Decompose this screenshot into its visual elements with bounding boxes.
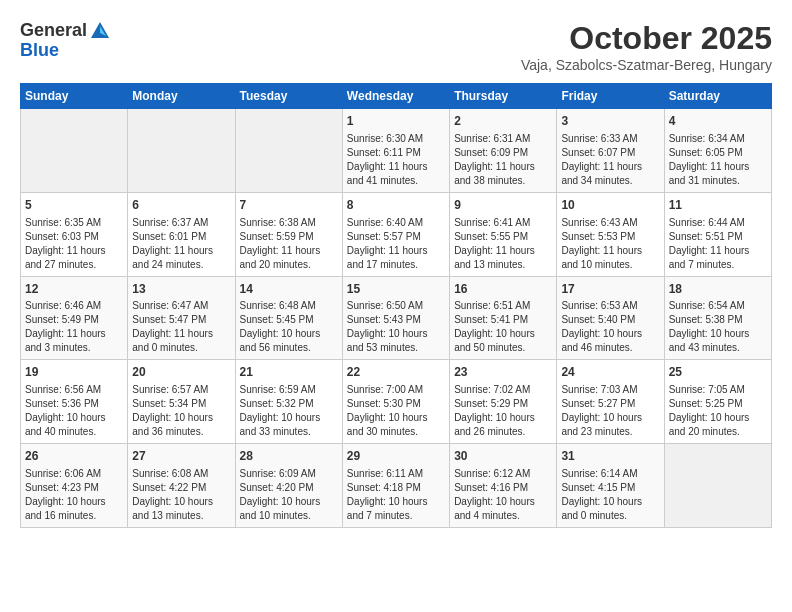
day-number: 25 bbox=[669, 364, 767, 381]
day-cell: 8Sunrise: 6:40 AMSunset: 5:57 PMDaylight… bbox=[342, 192, 449, 276]
weekday-header-monday: Monday bbox=[128, 84, 235, 109]
logo-icon bbox=[89, 20, 111, 42]
day-cell: 25Sunrise: 7:05 AMSunset: 5:25 PMDayligh… bbox=[664, 360, 771, 444]
weekday-header-saturday: Saturday bbox=[664, 84, 771, 109]
day-info: Sunrise: 6:33 AMSunset: 6:07 PMDaylight:… bbox=[561, 132, 659, 188]
day-info: Sunrise: 6:47 AMSunset: 5:47 PMDaylight:… bbox=[132, 299, 230, 355]
day-cell: 16Sunrise: 6:51 AMSunset: 5:41 PMDayligh… bbox=[450, 276, 557, 360]
weekday-header-friday: Friday bbox=[557, 84, 664, 109]
weekday-header-sunday: Sunday bbox=[21, 84, 128, 109]
day-number: 15 bbox=[347, 281, 445, 298]
day-info: Sunrise: 7:05 AMSunset: 5:25 PMDaylight:… bbox=[669, 383, 767, 439]
day-cell: 19Sunrise: 6:56 AMSunset: 5:36 PMDayligh… bbox=[21, 360, 128, 444]
day-info: Sunrise: 6:09 AMSunset: 4:20 PMDaylight:… bbox=[240, 467, 338, 523]
day-number: 1 bbox=[347, 113, 445, 130]
day-cell bbox=[128, 109, 235, 193]
day-cell: 1Sunrise: 6:30 AMSunset: 6:11 PMDaylight… bbox=[342, 109, 449, 193]
day-cell bbox=[664, 444, 771, 528]
day-info: Sunrise: 6:41 AMSunset: 5:55 PMDaylight:… bbox=[454, 216, 552, 272]
day-cell: 4Sunrise: 6:34 AMSunset: 6:05 PMDaylight… bbox=[664, 109, 771, 193]
day-info: Sunrise: 6:48 AMSunset: 5:45 PMDaylight:… bbox=[240, 299, 338, 355]
week-row-1: 1Sunrise: 6:30 AMSunset: 6:11 PMDaylight… bbox=[21, 109, 772, 193]
day-number: 3 bbox=[561, 113, 659, 130]
day-info: Sunrise: 6:06 AMSunset: 4:23 PMDaylight:… bbox=[25, 467, 123, 523]
weekday-header-thursday: Thursday bbox=[450, 84, 557, 109]
day-info: Sunrise: 6:46 AMSunset: 5:49 PMDaylight:… bbox=[25, 299, 123, 355]
day-info: Sunrise: 6:44 AMSunset: 5:51 PMDaylight:… bbox=[669, 216, 767, 272]
weekday-header-wednesday: Wednesday bbox=[342, 84, 449, 109]
day-info: Sunrise: 7:00 AMSunset: 5:30 PMDaylight:… bbox=[347, 383, 445, 439]
day-cell: 31Sunrise: 6:14 AMSunset: 4:15 PMDayligh… bbox=[557, 444, 664, 528]
day-info: Sunrise: 6:35 AMSunset: 6:03 PMDaylight:… bbox=[25, 216, 123, 272]
day-cell: 29Sunrise: 6:11 AMSunset: 4:18 PMDayligh… bbox=[342, 444, 449, 528]
day-info: Sunrise: 6:40 AMSunset: 5:57 PMDaylight:… bbox=[347, 216, 445, 272]
day-info: Sunrise: 6:12 AMSunset: 4:16 PMDaylight:… bbox=[454, 467, 552, 523]
logo-blue: Blue bbox=[20, 40, 111, 61]
day-number: 11 bbox=[669, 197, 767, 214]
day-info: Sunrise: 6:14 AMSunset: 4:15 PMDaylight:… bbox=[561, 467, 659, 523]
day-info: Sunrise: 6:50 AMSunset: 5:43 PMDaylight:… bbox=[347, 299, 445, 355]
day-cell: 12Sunrise: 6:46 AMSunset: 5:49 PMDayligh… bbox=[21, 276, 128, 360]
day-number: 5 bbox=[25, 197, 123, 214]
day-cell: 11Sunrise: 6:44 AMSunset: 5:51 PMDayligh… bbox=[664, 192, 771, 276]
weekday-header-row: SundayMondayTuesdayWednesdayThursdayFrid… bbox=[21, 84, 772, 109]
day-info: Sunrise: 7:03 AMSunset: 5:27 PMDaylight:… bbox=[561, 383, 659, 439]
week-row-3: 12Sunrise: 6:46 AMSunset: 5:49 PMDayligh… bbox=[21, 276, 772, 360]
week-row-5: 26Sunrise: 6:06 AMSunset: 4:23 PMDayligh… bbox=[21, 444, 772, 528]
day-number: 24 bbox=[561, 364, 659, 381]
day-number: 30 bbox=[454, 448, 552, 465]
day-cell: 17Sunrise: 6:53 AMSunset: 5:40 PMDayligh… bbox=[557, 276, 664, 360]
weekday-header-tuesday: Tuesday bbox=[235, 84, 342, 109]
logo: General Blue bbox=[20, 20, 111, 61]
day-cell: 21Sunrise: 6:59 AMSunset: 5:32 PMDayligh… bbox=[235, 360, 342, 444]
day-number: 14 bbox=[240, 281, 338, 298]
day-cell: 9Sunrise: 6:41 AMSunset: 5:55 PMDaylight… bbox=[450, 192, 557, 276]
day-info: Sunrise: 7:02 AMSunset: 5:29 PMDaylight:… bbox=[454, 383, 552, 439]
day-number: 9 bbox=[454, 197, 552, 214]
day-number: 13 bbox=[132, 281, 230, 298]
day-info: Sunrise: 6:30 AMSunset: 6:11 PMDaylight:… bbox=[347, 132, 445, 188]
day-cell: 20Sunrise: 6:57 AMSunset: 5:34 PMDayligh… bbox=[128, 360, 235, 444]
day-number: 4 bbox=[669, 113, 767, 130]
title-block: October 2025 Vaja, Szabolcs-Szatmar-Bere… bbox=[521, 20, 772, 73]
day-number: 22 bbox=[347, 364, 445, 381]
day-info: Sunrise: 6:56 AMSunset: 5:36 PMDaylight:… bbox=[25, 383, 123, 439]
logo-text: General bbox=[20, 20, 111, 42]
day-number: 29 bbox=[347, 448, 445, 465]
day-info: Sunrise: 6:53 AMSunset: 5:40 PMDaylight:… bbox=[561, 299, 659, 355]
week-row-4: 19Sunrise: 6:56 AMSunset: 5:36 PMDayligh… bbox=[21, 360, 772, 444]
day-number: 26 bbox=[25, 448, 123, 465]
day-info: Sunrise: 6:31 AMSunset: 6:09 PMDaylight:… bbox=[454, 132, 552, 188]
day-cell: 28Sunrise: 6:09 AMSunset: 4:20 PMDayligh… bbox=[235, 444, 342, 528]
day-info: Sunrise: 6:08 AMSunset: 4:22 PMDaylight:… bbox=[132, 467, 230, 523]
day-number: 31 bbox=[561, 448, 659, 465]
day-number: 18 bbox=[669, 281, 767, 298]
day-cell: 30Sunrise: 6:12 AMSunset: 4:16 PMDayligh… bbox=[450, 444, 557, 528]
month-title: October 2025 bbox=[521, 20, 772, 57]
day-number: 17 bbox=[561, 281, 659, 298]
day-info: Sunrise: 6:59 AMSunset: 5:32 PMDaylight:… bbox=[240, 383, 338, 439]
day-info: Sunrise: 6:11 AMSunset: 4:18 PMDaylight:… bbox=[347, 467, 445, 523]
day-cell: 10Sunrise: 6:43 AMSunset: 5:53 PMDayligh… bbox=[557, 192, 664, 276]
week-row-2: 5Sunrise: 6:35 AMSunset: 6:03 PMDaylight… bbox=[21, 192, 772, 276]
day-number: 28 bbox=[240, 448, 338, 465]
day-info: Sunrise: 6:57 AMSunset: 5:34 PMDaylight:… bbox=[132, 383, 230, 439]
day-cell: 5Sunrise: 6:35 AMSunset: 6:03 PMDaylight… bbox=[21, 192, 128, 276]
day-cell: 15Sunrise: 6:50 AMSunset: 5:43 PMDayligh… bbox=[342, 276, 449, 360]
day-cell: 23Sunrise: 7:02 AMSunset: 5:29 PMDayligh… bbox=[450, 360, 557, 444]
day-info: Sunrise: 6:54 AMSunset: 5:38 PMDaylight:… bbox=[669, 299, 767, 355]
calendar-table: SundayMondayTuesdayWednesdayThursdayFrid… bbox=[20, 83, 772, 528]
day-cell: 22Sunrise: 7:00 AMSunset: 5:30 PMDayligh… bbox=[342, 360, 449, 444]
day-number: 2 bbox=[454, 113, 552, 130]
day-number: 16 bbox=[454, 281, 552, 298]
day-number: 12 bbox=[25, 281, 123, 298]
day-number: 23 bbox=[454, 364, 552, 381]
day-cell: 13Sunrise: 6:47 AMSunset: 5:47 PMDayligh… bbox=[128, 276, 235, 360]
day-info: Sunrise: 6:43 AMSunset: 5:53 PMDaylight:… bbox=[561, 216, 659, 272]
day-info: Sunrise: 6:37 AMSunset: 6:01 PMDaylight:… bbox=[132, 216, 230, 272]
day-info: Sunrise: 6:51 AMSunset: 5:41 PMDaylight:… bbox=[454, 299, 552, 355]
day-cell: 7Sunrise: 6:38 AMSunset: 5:59 PMDaylight… bbox=[235, 192, 342, 276]
day-info: Sunrise: 6:38 AMSunset: 5:59 PMDaylight:… bbox=[240, 216, 338, 272]
day-cell: 3Sunrise: 6:33 AMSunset: 6:07 PMDaylight… bbox=[557, 109, 664, 193]
day-number: 7 bbox=[240, 197, 338, 214]
